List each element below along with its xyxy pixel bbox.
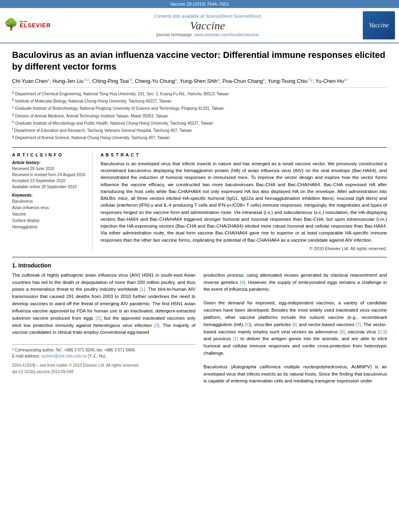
ref-3[interactable]: [3] xyxy=(154,323,159,328)
bottom-info: 0264-410X/$ – see front matter © 2010 El… xyxy=(12,362,195,375)
received-date: Received 29 June 2010 xyxy=(12,166,86,172)
volume-info: Vaccine 28 (2010) 7644–7651 xyxy=(170,2,229,6)
affiliation-c: c Graduate Institute of Biotechnology, N… xyxy=(12,105,387,111)
online-date: Available online 28 September 2010 xyxy=(12,184,86,190)
ref-4[interactable]: [4] xyxy=(240,280,245,285)
copyright-line: © 2010 Elsevier Ltd. All rights reserved… xyxy=(101,246,387,251)
keywords-list: Baculovirus Avian influenza virus Vaccin… xyxy=(12,198,86,230)
sciencedirect-link[interactable]: ScienceDirect xyxy=(234,14,261,18)
introduction-section: 1. Introduction The outbreak of highly p… xyxy=(12,257,387,385)
keyword-2: Avian influenza virus xyxy=(12,205,86,211)
keywords-label: Keywords: xyxy=(12,193,86,197)
content-area: Baculovirus as an avian influenza vaccin… xyxy=(0,43,399,391)
keyword-3: Vaccine xyxy=(12,211,86,218)
ref-8[interactable]: [8] xyxy=(339,329,345,334)
journal-name: Vaccine xyxy=(52,19,363,32)
ref-6[interactable]: [6] xyxy=(292,322,298,327)
affiliation-f: f Department of Education and Research, … xyxy=(12,127,387,134)
abstract-text: Baculovirus is an enveloped virus that i… xyxy=(101,160,387,244)
footnote-area: * Corresponding author. Tel.: +886 3 571… xyxy=(12,344,195,359)
journal-header: 🌳 ELSEVIER Contents lists available at S… xyxy=(0,8,399,43)
elsevier-brand: ELSEVIER xyxy=(20,21,51,29)
authors: Chi-Yuan Chena, Hung-Jen Liu b,c, Ching-… xyxy=(12,77,387,84)
ref-7[interactable]: [7] xyxy=(356,322,361,327)
elsevier-brand-box: 🌳 ELSEVIER xyxy=(4,19,44,30)
ref-2-9[interactable]: [2,9] xyxy=(378,329,387,334)
doi-line: doi:10.1016/j.vaccine.2010.09.048 xyxy=(12,369,195,375)
history-label: Article history: xyxy=(12,160,86,165)
journal-center: Contents lists available at ScienceDirec… xyxy=(52,14,363,37)
ref-5[interactable]: [5] xyxy=(245,322,250,327)
ref-2[interactable]: [2] xyxy=(95,316,101,320)
intro-right-p1: production process, using attenuated vir… xyxy=(204,272,387,293)
keyword-1: Baculovirus xyxy=(12,198,86,205)
ref-1[interactable]: [1] xyxy=(140,287,145,292)
homepage-url[interactable]: www.elsevier.com/locate/vaccine xyxy=(194,32,259,37)
affiliation-a: a Department of Chemical Engineering, Na… xyxy=(12,90,387,97)
intro-right-column: production process, using attenuated vir… xyxy=(204,272,387,385)
article-info-title: A R T I C L E I N F O xyxy=(12,152,86,157)
intro-right-p3: Baculovirus (Autographa californica mult… xyxy=(204,364,387,385)
keyword-5: Hemagglutinin xyxy=(12,224,86,230)
email-footnote: E-mail address: yuchen@che.nthu.edu.tw (… xyxy=(12,353,195,359)
authors-text: Chi-Yuan Chena, Hung-Jen Liu b,c, Ching-… xyxy=(12,78,348,84)
affiliation-e: e Graduate Institute of Microbiology and… xyxy=(12,119,387,126)
tree-icon: 🌳 xyxy=(4,19,18,30)
corresponding-author: * Corresponding author. Tel.: +886 3 571… xyxy=(12,347,195,353)
article-info-abstract: A R T I C L E I N F O Article history: R… xyxy=(12,147,387,251)
affiliation-g: g Department of Animal Science, National… xyxy=(12,134,387,141)
article-info-panel: A R T I C L E I N F O Article history: R… xyxy=(12,152,93,251)
accepted-date: Accepted 13 September 2010 xyxy=(12,178,86,184)
intro-heading: 1. Introduction xyxy=(12,262,387,269)
science-direct-text: Contents lists available at ScienceDirec… xyxy=(52,14,363,18)
intro-right-p2: Given the demand for improved, egg-indep… xyxy=(204,300,387,357)
affiliation-d: d Division of Animal Medicine, Animal Te… xyxy=(12,112,387,119)
affiliation-b: b Institute of Molecular Biology, Nation… xyxy=(12,97,387,104)
article-title: Baculovirus as an avian influenza vaccin… xyxy=(12,49,387,72)
email-link[interactable]: yuchen@che.nthu.edu.tw xyxy=(41,354,86,358)
journal-homepage: journal homepage: www.elsevier.com/locat… xyxy=(52,32,363,37)
intro-left-text: The outbreak of highly pathogenic avian … xyxy=(12,272,195,336)
affiliations: a Department of Chemical Engineering, Na… xyxy=(12,87,387,141)
intro-columns: The outbreak of highly pathogenic avian … xyxy=(12,272,387,385)
vaccine-logo-box: Vaccine xyxy=(363,11,395,39)
abstract-panel: A B S T R A C T Baculovirus is an envelo… xyxy=(101,152,387,251)
issn-line: 0264-410X/$ – see front matter © 2010 El… xyxy=(12,362,195,369)
intro-left-column: The outbreak of highly pathogenic avian … xyxy=(12,272,195,385)
revised-date: Received in revised form 24 August 2010 xyxy=(12,172,86,178)
top-bar: Vaccine 28 (2010) 7644–7651 xyxy=(0,0,399,8)
ref-1b[interactable]: [1] xyxy=(233,336,238,341)
abstract-title: A B S T R A C T xyxy=(101,152,387,157)
elsevier-logo-area: 🌳 ELSEVIER xyxy=(4,19,48,32)
keyword-4: Surface display xyxy=(12,218,86,224)
elsevier-name: ELSEVIER xyxy=(20,22,51,29)
